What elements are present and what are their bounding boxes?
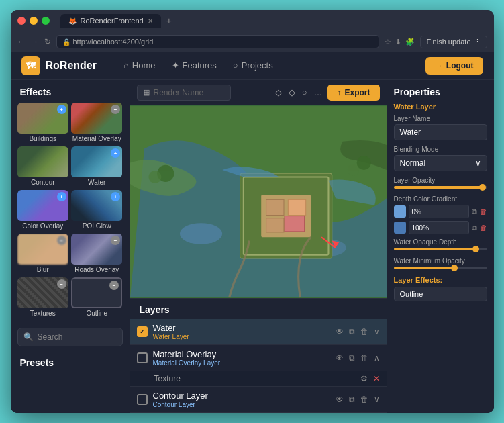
effect-contour[interactable]: Contour xyxy=(17,146,69,187)
blending-mode-select[interactable]: Normal ∨ xyxy=(394,155,487,171)
gradient-copy-icon-1[interactable]: ⧉ xyxy=(472,207,477,216)
opacity-slider-fill xyxy=(394,186,483,189)
logo-icon: 🗺 xyxy=(21,56,40,75)
gradient-copy-icon-2[interactable]: ⧉ xyxy=(472,224,477,232)
contour-trash-icon[interactable]: 🗑 xyxy=(360,395,368,404)
effect-poiglow-label: POI Glow xyxy=(71,221,123,231)
opaque-slider-thumb[interactable] xyxy=(472,246,479,252)
render-icon: ▦ xyxy=(143,88,150,97)
effect-buildings[interactable]: + Buildings xyxy=(17,103,69,144)
gradient-delete-icon-2[interactable]: 🗑 xyxy=(480,224,487,232)
water-eye-icon[interactable]: 👁 xyxy=(336,327,344,336)
map-view[interactable] xyxy=(130,105,387,298)
color-swatch-1[interactable] xyxy=(394,205,406,218)
color-swatch-2[interactable] xyxy=(394,222,406,234)
effect-buildings-label: Buildings xyxy=(17,134,69,144)
effect-material-thumb: − xyxy=(71,103,122,134)
material-layer-checkbox[interactable] xyxy=(137,352,148,363)
color-value-1[interactable]: 0% xyxy=(409,205,469,218)
finish-update-btn[interactable]: Finish update ⋮ xyxy=(420,36,487,48)
contour-copy-icon[interactable]: ⧉ xyxy=(349,395,355,404)
gradient-delete-icon-1[interactable]: 🗑 xyxy=(480,207,487,216)
contour-layer-info: Contour Layer Contour Layer xyxy=(153,391,330,408)
map-svg xyxy=(130,105,387,298)
bookmark-icon[interactable]: ☆ xyxy=(385,38,391,46)
contour-layer-sub: Contour Layer xyxy=(153,401,330,408)
browser-toolbar-icons: ☆ ⬇ 🧩 xyxy=(385,38,415,46)
layer-water[interactable]: ✓ Water Water Layer 👁 ⧉ 🗑 ∨ xyxy=(130,319,387,345)
blending-mode-value: Normal xyxy=(400,158,426,168)
nav-home[interactable]: ⌂ Home xyxy=(123,60,156,70)
traffic-light-yellow[interactable] xyxy=(30,17,38,25)
address-bar[interactable]: 🔒 http://localhost:4200/grid xyxy=(56,35,380,48)
water-layer-chevron-down[interactable]: ∨ xyxy=(374,327,380,336)
material-layer-name: Material Overlay xyxy=(153,349,330,359)
opacity-slider-thumb[interactable] xyxy=(479,184,486,191)
back-btn[interactable]: ← xyxy=(17,37,26,46)
water-min-opacity-label: Water Minimum Opacity xyxy=(394,257,487,265)
contour-eye-icon[interactable]: 👁 xyxy=(336,395,344,404)
effects-search[interactable]: 🔍 Search xyxy=(17,328,123,346)
contour-layer-checkbox[interactable] xyxy=(137,394,148,405)
material-badge: − xyxy=(111,105,120,114)
effect-material-overlay[interactable]: − Material Overlay xyxy=(71,103,123,144)
layer-effect-outline[interactable]: Outline xyxy=(394,287,487,301)
reload-btn[interactable]: ↻ xyxy=(44,37,51,46)
forward-btn[interactable]: → xyxy=(31,37,39,46)
tab-close-btn[interactable]: ✕ xyxy=(148,17,153,25)
layer-opacity-label: Layer Opacity xyxy=(394,177,487,184)
texture-delete-icon[interactable]: ✕ xyxy=(373,374,380,383)
material-layer-chevron-up[interactable]: ∧ xyxy=(374,353,380,363)
downloads-icon[interactable]: ⬇ xyxy=(395,38,401,46)
svg-rect-13 xyxy=(285,216,305,232)
color-value-2[interactable]: 100% xyxy=(409,221,469,234)
effect-textures[interactable]: − Textures xyxy=(17,277,69,318)
nav-projects[interactable]: ○ Projects xyxy=(233,60,273,70)
logout-btn[interactable]: → Logout xyxy=(425,57,483,75)
export-btn[interactable]: ↑ Export xyxy=(327,85,379,101)
water-min-opacity-slider[interactable] xyxy=(394,267,487,269)
svg-rect-10 xyxy=(266,199,283,215)
effect-poiglow-thumb: + xyxy=(71,190,122,221)
water-badge: + xyxy=(111,148,120,158)
active-tab[interactable]: 🦊 RoRenderFrontend ✕ xyxy=(60,14,161,28)
finish-update-chevron: ⋮ xyxy=(474,38,481,46)
layer-contour[interactable]: Contour Layer Contour Layer 👁 ⧉ 🗑 ∨ xyxy=(130,387,387,413)
circle-icon[interactable]: ○ xyxy=(302,87,307,97)
water-layer-checkbox[interactable]: ✓ xyxy=(137,326,148,337)
texture-gear-icon[interactable]: ⚙ xyxy=(360,374,368,383)
water-copy-icon[interactable]: ⧉ xyxy=(349,327,355,336)
new-tab-btn[interactable]: + xyxy=(166,15,172,26)
layer-name-input[interactable]: Water xyxy=(394,124,487,140)
layer-material-overlay[interactable]: Material Overlay Material Overlay Layer … xyxy=(130,345,387,371)
layer-opacity-slider[interactable] xyxy=(394,186,487,189)
browser-titlebar: 🦊 RoRenderFrontend ✕ + xyxy=(11,10,494,32)
material-eye-icon[interactable]: 👁 xyxy=(336,353,344,363)
water-trash-icon[interactable]: 🗑 xyxy=(360,327,368,336)
effect-poi-glow[interactable]: + POI Glow xyxy=(71,190,123,231)
water-opaque-slider[interactable] xyxy=(394,248,487,250)
diamond-icon-2[interactable]: ◇ xyxy=(289,87,295,97)
effect-outline-thumb: − xyxy=(71,277,122,308)
material-trash-icon[interactable]: 🗑 xyxy=(360,353,368,363)
material-copy-icon[interactable]: ⧉ xyxy=(349,353,355,363)
traffic-light-red[interactable] xyxy=(17,17,26,25)
effect-outline[interactable]: − Outline xyxy=(71,277,123,318)
star-icon: ✦ xyxy=(172,60,179,70)
effect-blur[interactable]: − Blur xyxy=(17,234,69,275)
contour-layer-chevron-down[interactable]: ∨ xyxy=(374,395,380,404)
diamond-icon-1[interactable]: ◇ xyxy=(275,87,282,97)
effect-roads-overlay[interactable]: − Roads Overlay xyxy=(71,234,123,275)
effect-roads-label: Roads Overlay xyxy=(71,265,123,275)
water-layer-sub: Water Layer xyxy=(153,333,330,340)
effect-water[interactable]: + Water xyxy=(71,146,123,187)
min-opacity-slider-thumb[interactable] xyxy=(451,265,458,271)
effect-color-overlay[interactable]: + Color Overlay xyxy=(17,190,69,231)
blur-badge: − xyxy=(57,236,66,245)
render-name-input[interactable]: ▦ Render Name xyxy=(137,85,231,101)
traffic-light-green[interactable] xyxy=(42,17,50,25)
extensions-icon[interactable]: 🧩 xyxy=(405,38,415,46)
nav-features[interactable]: ✦ Features xyxy=(172,60,217,70)
effect-material-label: Material Overlay xyxy=(71,134,123,144)
dot-icon[interactable]: … xyxy=(313,87,322,97)
